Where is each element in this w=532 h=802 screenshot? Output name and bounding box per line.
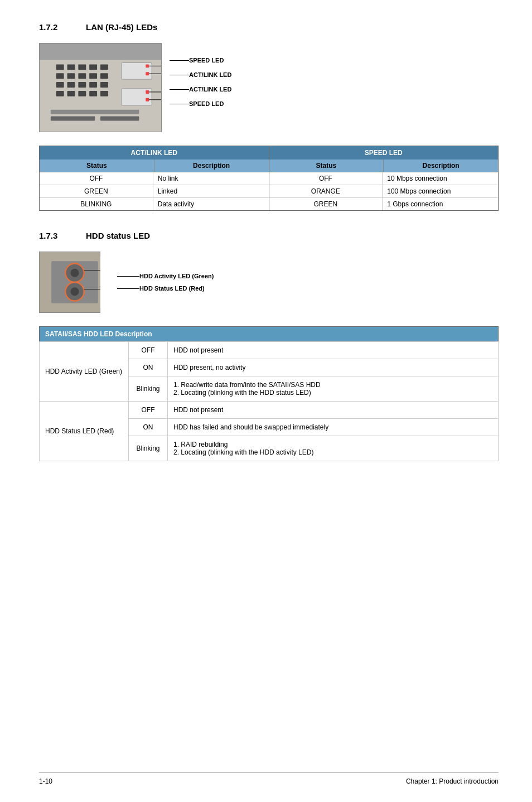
svg-rect-27 [146, 98, 149, 102]
svg-rect-13 [67, 82, 75, 88]
sata-status-status-off: OFF [129, 402, 168, 419]
svg-rect-23 [146, 64, 149, 67]
svg-rect-16 [100, 82, 108, 88]
speed-row-1: ORANGE 100 Mbps connection [269, 185, 499, 198]
speed-row-0: OFF 10 Mbps connection [269, 172, 499, 185]
sata-status-status-on: ON [129, 419, 168, 436]
hdd-activity-label-row: HDD Activity LED (Green) [117, 273, 214, 279]
speed-desc-2: 1 Gbps connection [382, 198, 498, 210]
speed-header: SPEED LED [269, 146, 499, 160]
svg-rect-34 [100, 117, 139, 121]
svg-rect-6 [100, 64, 108, 70]
svg-rect-32 [51, 110, 139, 114]
hdd-svg [44, 257, 105, 308]
svg-rect-24 [146, 72, 149, 75]
sata-status-status-blink: Blinking [129, 436, 168, 461]
act-link-row-2: BLINKING Data activity [40, 198, 269, 210]
sata-activity-row-off: HDD Activity LED (Green) OFF HDD not pre… [40, 342, 499, 359]
speed-table: SPEED LED Status Description OFF 10 Mbps… [269, 146, 499, 210]
section-173-number: 1.7.3 [39, 231, 72, 240]
svg-rect-33 [51, 117, 95, 121]
conn-line-1 [170, 60, 189, 61]
svg-rect-20 [89, 91, 97, 96]
svg-rect-19 [78, 91, 86, 96]
sata-status-desc-blink: 1. RAID rebuilding 2. Locating (blinking… [168, 436, 499, 461]
act-link-subheader: Status Description [40, 160, 269, 172]
sata-table-header: SATAII/SAS HDD LED Description [40, 327, 499, 342]
lan-label-act-link-top: ACT/LINK LED [170, 71, 231, 78]
speed-col1: Status [269, 160, 384, 172]
svg-rect-3 [67, 64, 75, 70]
svg-rect-8 [67, 73, 75, 79]
sata-activity-status-off: OFF [129, 342, 168, 359]
sata-status-group-label: HDD Status LED (Red) [40, 402, 129, 461]
hdd-labels: HDD Activity LED (Green) HDD Status LED … [117, 273, 214, 292]
conn-line-3 [170, 89, 189, 90]
act-link-row-0: OFF No link [40, 172, 269, 185]
sata-table: SATAII/SAS HDD LED Description HDD Activ… [39, 326, 499, 461]
sata-activity-status-blink: Blinking [129, 376, 168, 402]
section-172-title: LAN (RJ-45) LEDs [86, 22, 157, 32]
svg-rect-5 [89, 64, 97, 70]
sata-activity-group-label: HDD Activity LED (Green) [40, 342, 129, 402]
svg-rect-2 [56, 64, 64, 70]
act-link-row-1: GREEN Linked [40, 185, 269, 198]
lan-label-speed-led-bottom: SPEED LED [170, 100, 231, 107]
section-173-title: HDD status LED [86, 231, 150, 240]
act-link-desc-1: Linked [153, 185, 269, 197]
hdd-label-dash-2 [117, 288, 139, 289]
svg-rect-14 [78, 82, 86, 88]
lan-connector-labels: SPEED LED ACT/LINK LED ACT/LINK LED SPEE… [170, 57, 231, 107]
act-link-status-0: OFF [40, 172, 153, 185]
act-link-table: ACT/LINK LED Status Description OFF No l… [40, 146, 269, 210]
hdd-status-label: HDD Status LED (Red) [139, 285, 205, 292]
svg-rect-4 [78, 64, 86, 70]
hdd-status-label-row: HDD Status LED (Red) [117, 285, 214, 292]
hdd-diagram-area: HDD Activity LED (Green) HDD Status LED … [39, 252, 499, 313]
svg-point-41 [70, 287, 79, 296]
speed-desc-1: 100 Mbps connection [382, 185, 498, 197]
footer-page: 1-10 [39, 777, 52, 785]
svg-rect-18 [67, 91, 75, 96]
led-tables: ACT/LINK LED Status Description OFF No l… [39, 146, 499, 211]
act-link-status-1: GREEN [40, 185, 153, 197]
lan-diagram-area: SPEED LED ACT/LINK LED ACT/LINK LED SPEE… [39, 43, 499, 132]
sata-activity-status-on: ON [129, 359, 168, 376]
speed-status-0: OFF [269, 172, 383, 185]
svg-rect-21 [100, 91, 108, 96]
svg-rect-17 [56, 91, 64, 96]
sata-status-desc-on: HDD has failed and should be swapped imm… [168, 419, 499, 436]
lan-svg [40, 43, 161, 132]
sata-activity-desc-on: HDD present, no activity [168, 359, 499, 376]
act-link-header: ACT/LINK LED [40, 146, 269, 160]
lan-label-act-bottom: ACT/LINK LED [189, 86, 231, 93]
svg-point-38 [70, 269, 79, 277]
act-link-desc-0: No link [153, 172, 269, 185]
hdd-image [39, 252, 100, 313]
lan-label-speed-bottom: SPEED LED [189, 100, 224, 107]
speed-desc-0: 10 Mbps connection [382, 172, 498, 185]
lan-label-speed-led-top: SPEED LED [170, 57, 231, 64]
hdd-activity-label: HDD Activity LED (Green) [139, 273, 214, 279]
section-172-number: 1.7.2 [39, 22, 72, 32]
speed-subheader: Status Description [269, 160, 499, 172]
speed-col2: Description [383, 160, 498, 172]
speed-status-1: ORANGE [269, 185, 383, 197]
svg-rect-26 [146, 90, 149, 94]
hdd-label-dash-1 [117, 276, 139, 277]
act-link-col2: Description [154, 160, 269, 172]
lan-image [39, 43, 162, 132]
svg-rect-11 [100, 73, 108, 79]
conn-line-2 [170, 75, 189, 75]
speed-row-2: GREEN 1 Gbps connection [269, 198, 499, 210]
act-link-desc-2: Data activity [153, 198, 269, 210]
act-link-status-2: BLINKING [40, 198, 153, 210]
lan-label-speed-top: SPEED LED [189, 57, 224, 64]
svg-rect-12 [56, 82, 64, 88]
page-footer: 1-10 Chapter 1: Product introduction [39, 772, 499, 785]
sata-activity-desc-blink: 1. Read/write data from/into the SATAII/… [168, 376, 499, 402]
sata-status-desc-off: HDD not present [168, 402, 499, 419]
section-173-heading: 1.7.3 HDD status LED [39, 231, 499, 240]
footer-chapter: Chapter 1: Product introduction [406, 777, 499, 785]
sata-activity-desc-off: HDD not present [168, 342, 499, 359]
